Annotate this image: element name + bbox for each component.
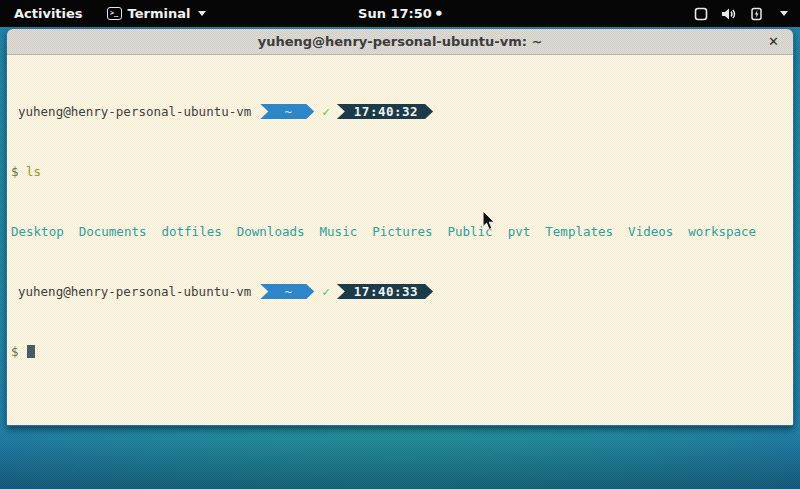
command-text: ls (26, 164, 41, 179)
prompt-user-host: yuheng@henry-personal-ubuntu-vm (11, 104, 251, 119)
text-cursor (27, 345, 35, 358)
battery-charging-icon (750, 7, 765, 21)
window-titlebar[interactable]: yuheng@henry-personal-ubuntu-vm: ~ ✕ (7, 29, 793, 55)
app-menu-label: Terminal (128, 6, 191, 21)
command-line: $ ls (11, 164, 787, 179)
volume-icon (721, 7, 737, 21)
notification-dot-icon: ● (436, 10, 442, 17)
prompt-time-segment: 17:40:33 (337, 284, 433, 299)
terminal-window: yuheng@henry-personal-ubuntu-vm: ~ ✕ yuh… (6, 28, 794, 426)
close-icon[interactable]: ✕ (768, 29, 779, 54)
prompt-symbol: $ (11, 344, 19, 359)
prompt-cwd-segment: ~ (260, 284, 314, 299)
input-line[interactable]: $ (11, 344, 787, 359)
chevron-down-icon (780, 11, 788, 16)
terminal-screen[interactable]: yuheng@henry-personal-ubuntu-vm ~ ✓ 17:4… (7, 55, 793, 425)
checkmark-icon: ✓ (322, 104, 330, 119)
app-menu-terminal[interactable]: >_ Terminal (97, 0, 217, 27)
checkmark-icon: ✓ (322, 284, 330, 299)
prompt-symbol: $ (11, 164, 19, 179)
prompt-line: yuheng@henry-personal-ubuntu-vm ~ ✓ 17:4… (11, 104, 787, 119)
clock-label: Sun 17:50 (358, 6, 432, 21)
terminal-icon: >_ (107, 7, 122, 20)
prompt-cwd-segment: ~ (260, 104, 314, 119)
activities-button[interactable]: Activities (0, 0, 97, 27)
screen-icon (694, 7, 708, 21)
clock-button[interactable]: Sun 17:50 ● (358, 0, 442, 27)
prompt-line: yuheng@henry-personal-ubuntu-vm ~ ✓ 17:4… (11, 284, 787, 299)
prompt-time-segment: 17:40:32 (337, 104, 433, 119)
system-tray[interactable] (682, 0, 800, 27)
ls-output: Desktop Documents dotfiles Downloads Mus… (11, 224, 787, 239)
chevron-down-icon (198, 11, 206, 16)
top-bar: Activities >_ Terminal Sun 17:50 ● (0, 0, 800, 27)
activities-label: Activities (14, 6, 83, 21)
prompt-user-host: yuheng@henry-personal-ubuntu-vm (11, 284, 251, 299)
window-title: yuheng@henry-personal-ubuntu-vm: ~ (258, 34, 543, 49)
